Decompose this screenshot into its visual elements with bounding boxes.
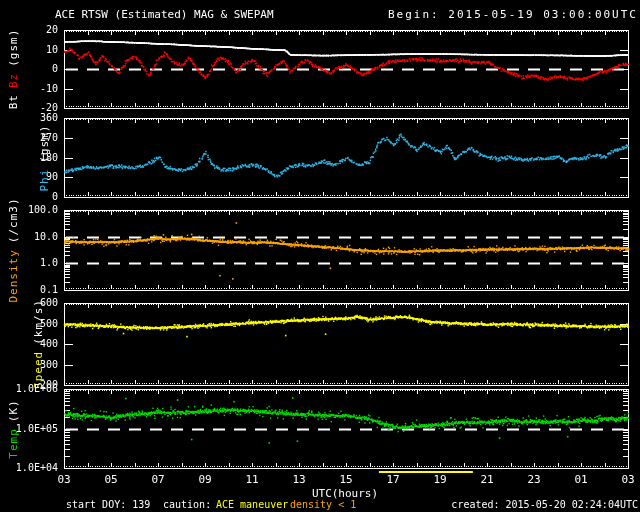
ytick-temp-1.0E+06: 1.0E+06 xyxy=(0,384,58,394)
xtick-5-13: 13 xyxy=(292,474,305,485)
ylabel-phi: Phi(gsm) xyxy=(39,121,50,194)
ylabel-part: (/cm3) xyxy=(7,194,20,246)
ylabel-speed: Speed(km/s) xyxy=(33,296,44,392)
ace-maneuver-caution: ACE maneuver xyxy=(216,500,288,510)
xtick-12-03: 03 xyxy=(621,474,634,485)
xtick-2-07: 07 xyxy=(151,474,164,485)
x-axis-title: UTC(hours) xyxy=(312,488,378,499)
plot-canvas xyxy=(0,0,640,512)
ytick-speed-400: 400 xyxy=(0,339,58,349)
ylabel-part: (gsm) xyxy=(38,121,51,165)
created-timestamp: created: 2015-05-20 02:24:04UTC xyxy=(451,500,638,510)
plot-title: ACE RTSW (Estimated) MAG & SWEPAM xyxy=(55,9,274,20)
ylabel-part: (K) xyxy=(7,396,20,425)
ylabel-temp: Temp(K) xyxy=(8,396,19,461)
ylabel-bt_bz: BtBz(gsm) xyxy=(8,26,19,113)
ylabel-part: Temp xyxy=(7,425,20,462)
start-doy-label: start DOY: 139 xyxy=(66,500,150,510)
xtick-4-11: 11 xyxy=(245,474,258,485)
ylabel-part: Bz xyxy=(7,70,20,91)
ytick-temp-1.0E+04: 1.0E+04 xyxy=(0,463,58,473)
ylabel-part: Bt xyxy=(7,91,20,112)
xtick-11-01: 01 xyxy=(574,474,587,485)
xtick-8-19: 19 xyxy=(433,474,446,485)
xtick-10-23: 23 xyxy=(527,474,540,485)
xtick-0-03: 03 xyxy=(57,474,70,485)
ylabel-part: Phi xyxy=(38,165,51,194)
ytick-speed-600: 600 xyxy=(0,298,58,308)
begin-timestamp: Begin: 2015-05-19 03:00:00UTC xyxy=(388,9,638,20)
xtick-1-05: 05 xyxy=(104,474,117,485)
density-caution: density < 1 xyxy=(290,500,356,510)
xtick-7-17: 17 xyxy=(386,474,399,485)
ylabel-density: Density(/cm3) xyxy=(8,194,19,305)
ylabel-part: Density xyxy=(7,246,20,305)
ytick-speed-500: 500 xyxy=(0,319,58,329)
ytick-speed-300: 300 xyxy=(0,360,58,370)
xtick-3-09: 09 xyxy=(198,474,211,485)
xtick-9-21: 21 xyxy=(480,474,493,485)
ace-rtsw-plot: ACE RTSW (Estimated) MAG & SWEPAM Begin:… xyxy=(0,0,640,512)
caution-label: caution: xyxy=(163,500,211,510)
xtick-6-15: 15 xyxy=(339,474,352,485)
ylabel-part: (km/s) xyxy=(32,296,45,348)
ylabel-part: (gsm) xyxy=(7,26,20,70)
